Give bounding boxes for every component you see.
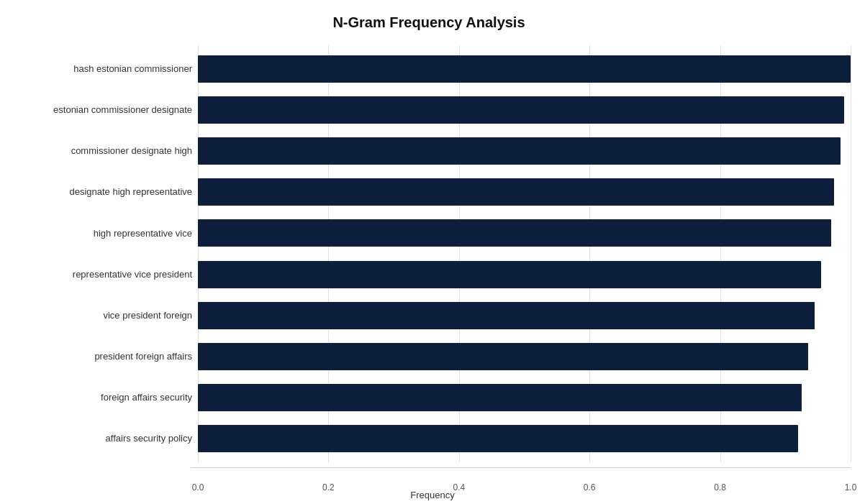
bar bbox=[198, 261, 821, 288]
y-labels: hash estonian commissionerestonian commi… bbox=[7, 45, 198, 462]
bar-row bbox=[198, 258, 851, 291]
chart-container: N-Gram Frequency Analysis hash estonian … bbox=[0, 0, 865, 504]
bar bbox=[198, 178, 834, 206]
bar-row bbox=[198, 381, 851, 414]
bar bbox=[198, 343, 808, 370]
bar bbox=[198, 302, 815, 329]
x-tick: 0.4 bbox=[453, 482, 465, 492]
y-label: representative vice president bbox=[7, 256, 192, 293]
x-tick: 1.0 bbox=[845, 482, 857, 492]
y-label: commissioner designate high bbox=[7, 132, 192, 170]
y-label: president foreign affairs bbox=[7, 338, 192, 375]
x-tick: 0.0 bbox=[192, 482, 204, 492]
bar-row bbox=[198, 299, 851, 332]
x-axis-line bbox=[191, 467, 851, 468]
bar-row bbox=[198, 422, 851, 455]
y-label: affairs security policy bbox=[7, 420, 192, 457]
chart-title: N-Gram Frequency Analysis bbox=[7, 14, 851, 31]
bar-row bbox=[198, 216, 851, 249]
chart-area: hash estonian commissionerestonian commi… bbox=[7, 45, 851, 462]
bar bbox=[198, 219, 831, 247]
y-label: vice president foreign bbox=[7, 297, 192, 334]
bar bbox=[198, 425, 798, 452]
bar-row bbox=[198, 93, 851, 127]
bar-row bbox=[198, 340, 851, 373]
bar bbox=[198, 96, 844, 124]
bar bbox=[198, 384, 802, 411]
bar bbox=[198, 137, 841, 165]
y-label: hash estonian commissioner bbox=[7, 50, 192, 88]
bar-row bbox=[198, 134, 851, 168]
x-axis-label: Frequency bbox=[410, 490, 454, 500]
bars-area bbox=[198, 45, 851, 462]
x-tick: 0.2 bbox=[322, 482, 335, 492]
y-label: high representative vice bbox=[7, 214, 192, 252]
bar bbox=[198, 55, 851, 83]
bar-row bbox=[198, 175, 851, 209]
x-tick: 0.6 bbox=[584, 482, 596, 492]
y-label: designate high representative bbox=[7, 173, 192, 211]
bar-row bbox=[198, 52, 851, 86]
y-label: foreign affairs security bbox=[7, 379, 192, 416]
y-label: estonian commissioner designate bbox=[7, 91, 192, 129]
grid-line bbox=[851, 45, 851, 462]
x-tick: 0.8 bbox=[714, 482, 726, 492]
